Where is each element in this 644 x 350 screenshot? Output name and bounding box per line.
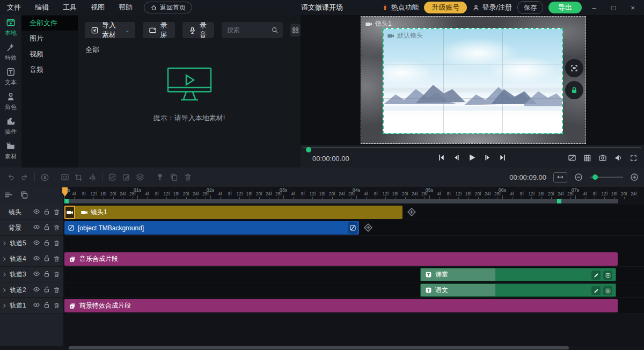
camera-marker[interactable]	[557, 199, 561, 203]
clip-课堂[interactable]: 课堂	[420, 268, 616, 281]
expand-chevron-icon[interactable]	[0, 240, 9, 247]
export-button[interactable]: 导出	[548, 2, 582, 13]
track-lock-icon[interactable]	[43, 301, 50, 310]
select-mode-button[interactable]	[108, 173, 116, 181]
track-visibility-icon[interactable]	[33, 254, 40, 263]
back-home-button[interactable]: 返回首页	[144, 2, 192, 13]
menu-视图[interactable]: 视图	[84, 0, 112, 15]
upgrade-account-button[interactable]: 升级账号	[424, 2, 467, 13]
format-brush-button[interactable]	[156, 173, 164, 181]
maximize-button[interactable]: □	[606, 4, 620, 12]
zoom-out-button[interactable]	[574, 173, 583, 181]
track-delete-icon[interactable]	[53, 270, 60, 279]
track-header-轨道5[interactable]: 轨道5	[0, 236, 63, 251]
volume-icon[interactable]	[614, 154, 623, 162]
timeline-zoom-handle[interactable]	[592, 174, 598, 180]
search-icon[interactable]	[271, 26, 279, 34]
track-delete-icon[interactable]	[53, 301, 60, 310]
duplicate-track-icon[interactable]	[20, 191, 28, 199]
track-lock-icon[interactable]	[43, 239, 50, 247]
selected-camera-keyframe[interactable]	[64, 206, 75, 219]
save-button[interactable]: 保存	[517, 1, 543, 14]
add-keyframe-button[interactable]	[407, 207, 416, 217]
clip-[object TMBackground][interactable]: [object TMBackground]	[64, 221, 359, 235]
animate-pen-icon[interactable]	[591, 271, 601, 280]
close-button[interactable]: ×	[626, 4, 640, 12]
preview-progress-handle[interactable]	[306, 147, 311, 152]
track-header-轨道2[interactable]: 轨道2	[0, 282, 63, 298]
track-lock-icon[interactable]	[43, 208, 50, 216]
delete-button[interactable]	[184, 173, 192, 181]
video-canvas[interactable]: 镜头1 默认镜头	[361, 16, 586, 144]
copy-button[interactable]	[170, 173, 178, 181]
track-header-背景[interactable]: 背景	[0, 220, 63, 236]
track-header-轨道3[interactable]: 轨道3	[0, 267, 63, 282]
expand-chevron-icon[interactable]	[0, 271, 9, 278]
sidebar-item-文本[interactable]: 文本	[0, 64, 21, 89]
snapshot-icon[interactable]	[598, 154, 607, 162]
track-delete-icon[interactable]	[53, 223, 60, 232]
clip-fade-section[interactable]: 语文	[421, 284, 495, 296]
track-lock-icon[interactable]	[43, 270, 50, 279]
zoom-in-button[interactable]	[630, 173, 639, 181]
import-material-button[interactable]: 导入素材 ⌄	[85, 22, 135, 38]
expand-chevron-icon[interactable]	[0, 256, 9, 262]
code-snippet-button[interactable]	[61, 173, 69, 181]
login-button[interactable]: 登录/注册	[472, 3, 512, 12]
flip-button[interactable]	[88, 173, 97, 181]
crop-button[interactable]	[75, 173, 83, 181]
track-lock-icon[interactable]	[43, 254, 50, 263]
clip-语文[interactable]: 语文	[420, 283, 616, 297]
search-input[interactable]	[226, 26, 271, 34]
grid-view-button[interactable]	[290, 24, 301, 37]
expand-chevron-icon[interactable]	[0, 302, 9, 309]
track-header-轨道1[interactable]: 轨道1	[0, 298, 63, 313]
grid-overlay-icon[interactable]	[583, 154, 591, 162]
menu-文件[interactable]: 文件	[0, 0, 28, 15]
track-visibility-icon[interactable]	[33, 223, 40, 232]
track-visibility-icon[interactable]	[33, 286, 40, 294]
undo-button[interactable]	[6, 173, 15, 181]
hot-features-button[interactable]: 热点功能	[382, 3, 419, 12]
chevron-down-icon[interactable]: ⌄	[125, 27, 129, 33]
minimize-button[interactable]: –	[587, 4, 601, 12]
track-delete-icon[interactable]	[53, 286, 60, 294]
track-visibility-icon[interactable]	[33, 208, 40, 216]
timeline-overview-strip[interactable]	[64, 199, 618, 203]
track-lock-icon[interactable]	[43, 286, 50, 294]
track-delete-icon[interactable]	[53, 254, 60, 263]
track-delete-icon[interactable]	[53, 208, 60, 216]
sidebar-item-插件[interactable]: 插件	[0, 114, 21, 138]
timeline-scrollbar-thumb[interactable]	[69, 346, 569, 349]
track-manager-icon[interactable]	[4, 191, 13, 199]
track-visibility-icon[interactable]	[33, 301, 40, 310]
clip-frame-icon[interactable]	[603, 271, 612, 280]
library-item-视频[interactable]: 视频	[21, 47, 78, 62]
skip-end-button[interactable]	[499, 154, 507, 162]
skip-start-button[interactable]	[437, 154, 445, 162]
sidebar-item-素材[interactable]: 素材	[0, 138, 21, 163]
background-icon[interactable]	[348, 222, 357, 234]
canvas-ratio-icon[interactable]	[568, 154, 576, 162]
track-visibility-icon[interactable]	[33, 270, 40, 279]
play-button[interactable]	[467, 153, 477, 162]
default-camera-region[interactable]: 默认镜头	[383, 28, 563, 134]
timeline-scrollbar[interactable]	[0, 346, 644, 350]
sidebar-item-特效[interactable]: 特效	[0, 40, 21, 64]
expand-chevron-icon[interactable]	[0, 287, 9, 294]
clip-镜头1[interactable]: 镜头1	[64, 206, 402, 219]
camera-marker[interactable]	[64, 199, 69, 203]
step-forward-button[interactable]	[484, 154, 492, 162]
menu-编辑[interactable]: 编辑	[28, 0, 56, 15]
library-item-全部文件[interactable]: 全部文件	[21, 16, 78, 31]
preview-progress-bar[interactable]	[303, 147, 641, 148]
lock-canvas-button[interactable]	[565, 81, 583, 99]
library-item-图片[interactable]: 图片	[21, 31, 78, 46]
timeline-ruler[interactable]: 0s4f8f12f16f20f24f28f01s4f8f12f16f20f24f…	[64, 187, 644, 199]
fit-timeline-button[interactable]	[553, 172, 567, 183]
menu-帮助[interactable]: 帮助	[112, 0, 140, 15]
fit-canvas-button[interactable]	[565, 59, 583, 77]
clip-frame-icon[interactable]	[603, 286, 612, 295]
record-screen-button[interactable]: 录屏	[143, 22, 174, 38]
sidebar-item-角色[interactable]: 角色	[0, 89, 21, 114]
